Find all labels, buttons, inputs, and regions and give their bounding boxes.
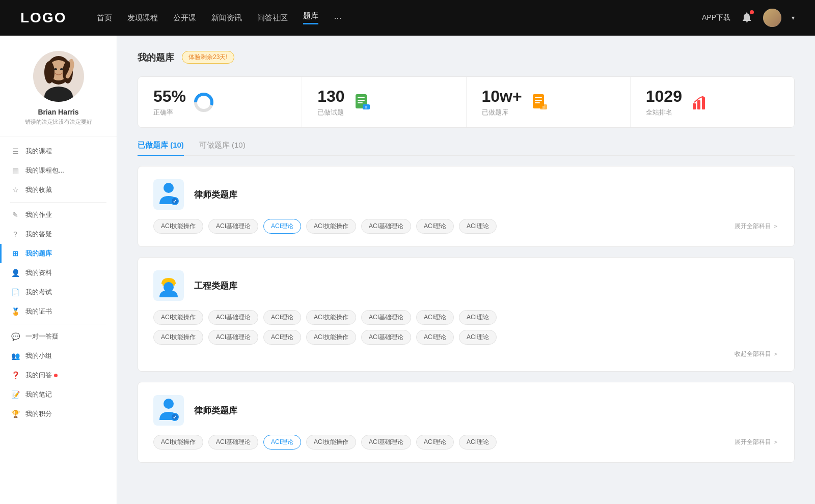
sidebar-item-profile[interactable]: 👤 我的资料: [0, 263, 117, 283]
sidebar-username: Brian Harris: [38, 108, 78, 116]
tag-2-1-7[interactable]: ACI理论: [459, 310, 497, 325]
svg-text:✓: ✓: [173, 199, 177, 204]
qmark-icon: ❓: [10, 371, 20, 379]
sidebar-item-points[interactable]: 🏆 我的积分: [0, 404, 117, 424]
sidebar-label-questions: 我的答疑: [25, 230, 52, 239]
tag-3-3[interactable]: ACI理论: [263, 435, 301, 450]
sidebar-item-exams[interactable]: 📄 我的考试: [0, 283, 117, 302]
tag-3-7[interactable]: ACI理论: [459, 435, 497, 450]
file-icon: ☰: [10, 147, 20, 155]
nav-questionbank[interactable]: 题库: [303, 11, 318, 24]
notification-btn[interactable]: [741, 11, 753, 25]
tab-done[interactable]: 已做题库 (10): [138, 141, 184, 155]
bank-card-1-title: 律师类题库: [194, 189, 237, 201]
user-avatar-img: [763, 9, 781, 27]
tag-2-2-6[interactable]: ACI理论: [416, 330, 454, 345]
tag-2-2-2[interactable]: ACI基础理论: [208, 330, 258, 345]
tag-1-4[interactable]: ACI技能操作: [306, 219, 356, 234]
nav-qa[interactable]: 问答社区: [257, 13, 288, 23]
sidebar-item-questions[interactable]: ? 我的答疑: [0, 225, 117, 244]
sidebar-item-certs[interactable]: 🏅 我的证书: [0, 302, 117, 321]
tag-3-1[interactable]: ACI技能操作: [153, 435, 203, 450]
stat-done-questions: 130 已做试题 ≡: [302, 77, 466, 127]
page-header: 我的题库 体验剩余23天!: [138, 51, 795, 64]
tag-3-6[interactable]: ACI理论: [416, 435, 454, 450]
pie-chart-icon: [194, 92, 214, 113]
collapse-label-2[interactable]: 收起全部科目 ＞: [735, 350, 779, 358]
svg-text:≡: ≡: [365, 105, 367, 110]
sidebar-item-coursepack[interactable]: ▤ 我的课程包...: [0, 161, 117, 180]
nav-home[interactable]: 首页: [97, 13, 112, 23]
tag-1-5[interactable]: ACI基础理论: [361, 219, 411, 234]
svg-point-25: [164, 183, 174, 193]
note-icon: 📝: [10, 390, 20, 399]
bank-card-2: 工程类题库 ACI技能操作 ACI基础理论 ACI理论 ACI技能操作 ACI基…: [138, 257, 795, 372]
svg-text:✓: ✓: [173, 414, 177, 420]
user-avatar-nav[interactable]: [763, 9, 781, 27]
tag-1-2[interactable]: ACI基础理论: [208, 219, 258, 234]
sidebar-item-tutor[interactable]: 💬 一对一答疑: [0, 327, 117, 346]
sidebar-label-certs: 我的证书: [25, 307, 52, 316]
svg-text:≡: ≡: [542, 105, 545, 110]
tag-2-1-4[interactable]: ACI技能操作: [306, 310, 356, 325]
nav-links: 首页 发现课程 公开课 新闻资讯 问答社区 题库 ···: [97, 11, 702, 24]
tag-2-1-2[interactable]: ACI基础理论: [208, 310, 258, 325]
bar-icon: ▤: [10, 166, 20, 175]
sidebar-profile: Brian Harris 错误的决定比没有决定要好: [0, 51, 117, 136]
sidebar-item-favorites[interactable]: ☆ 我的收藏: [0, 180, 117, 200]
tag-2-2-1[interactable]: ACI技能操作: [153, 330, 203, 345]
group-icon: 👥: [10, 352, 20, 360]
bank-card-3-icon: ✓: [153, 395, 184, 426]
nav-news[interactable]: 新闻资讯: [211, 13, 242, 23]
sidebar-item-notes[interactable]: 📝 我的笔记: [0, 385, 117, 404]
navbar-right: APP下载 ▾: [702, 9, 795, 27]
tag-2-1-5[interactable]: ACI基础理论: [361, 310, 411, 325]
main-content: 我的题库 体验剩余23天! 55% 正确率: [117, 36, 815, 504]
tag-1-6[interactable]: ACI理论: [416, 219, 454, 234]
bank-card-1-header: ✓ 律师类题库: [153, 179, 779, 210]
nav-discover[interactable]: 发现课程: [127, 13, 158, 23]
tag-2-1-6[interactable]: ACI理论: [416, 310, 454, 325]
sidebar-item-myqa[interactable]: ❓ 我的问答: [0, 366, 117, 385]
stat-done-questions-content: 130 已做试题: [317, 87, 344, 117]
svg-rect-19: [535, 102, 540, 103]
stat-correct-rate: 55% 正确率: [138, 77, 302, 127]
trial-badge: 体验剩余23天!: [182, 51, 234, 64]
tag-2-2-5[interactable]: ACI基础理论: [361, 330, 411, 345]
user-menu-chevron[interactable]: ▾: [792, 14, 795, 21]
tag-2-2-3[interactable]: ACI理论: [263, 330, 301, 345]
user-icon: 👤: [10, 269, 20, 277]
tag-3-5[interactable]: ACI基础理论: [361, 435, 411, 450]
sidebar-item-questionbank[interactable]: ⊞ 我的题库: [0, 244, 117, 263]
bank-card-2-tags-row2: ACI技能操作 ACI基础理论 ACI理论 ACI技能操作 ACI基础理论 AC…: [153, 330, 779, 345]
bank-card-2-title: 工程类题库: [194, 280, 237, 292]
engineer-icon: [157, 273, 180, 298]
sidebar-item-courses[interactable]: ☰ 我的课程: [0, 142, 117, 161]
stat-rank: 1029 全站排名: [631, 77, 794, 127]
tag-3-2[interactable]: ACI基础理论: [208, 435, 258, 450]
expand-link-3[interactable]: 展开全部科目 ＞: [735, 438, 779, 446]
tag-2-1-3[interactable]: ACI理论: [263, 310, 301, 325]
sidebar-divider-1: [10, 202, 106, 203]
sidebar-item-group[interactable]: 👥 我的小组: [0, 346, 117, 366]
tag-1-1[interactable]: ACI技能操作: [153, 219, 203, 234]
collapse-link-2[interactable]: 收起全部科目 ＞: [153, 350, 779, 358]
sidebar-item-homework[interactable]: ✎ 我的作业: [0, 205, 117, 225]
tag-1-7[interactable]: ACI理论: [459, 219, 497, 234]
sidebar-label-courses: 我的课程: [25, 147, 52, 156]
sidebar-label-points: 我的积分: [25, 409, 52, 418]
tab-available[interactable]: 可做题库 (10): [199, 141, 246, 155]
tag-3-4[interactable]: ACI技能操作: [306, 435, 356, 450]
expand-link-1[interactable]: 展开全部科目 ＞: [735, 222, 779, 231]
nav-open-course[interactable]: 公开课: [173, 13, 196, 23]
tag-2-2-7[interactable]: ACI理论: [459, 330, 497, 345]
svg-rect-17: [535, 97, 542, 98]
avatar-image: [33, 51, 84, 102]
cert-icon: 🏅: [10, 307, 20, 316]
app-download-btn[interactable]: APP下载: [702, 13, 730, 22]
tag-2-1-1[interactable]: ACI技能操作: [153, 310, 203, 325]
sidebar-label-profile: 我的资料: [25, 268, 52, 277]
tag-1-3[interactable]: ACI理论: [263, 219, 301, 234]
tag-2-2-4[interactable]: ACI技能操作: [306, 330, 356, 345]
nav-more[interactable]: ···: [334, 13, 341, 23]
